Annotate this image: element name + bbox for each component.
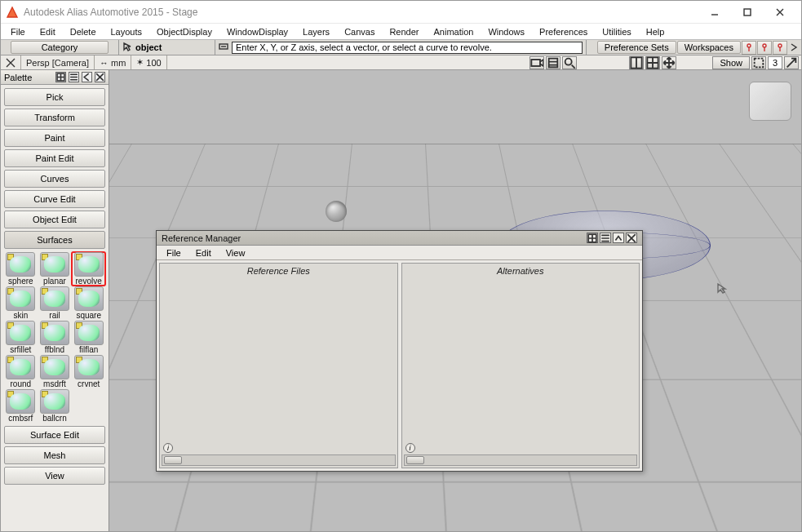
- tool-revolve[interactable]: revolve: [72, 252, 105, 286]
- scale-label[interactable]: ✶100: [131, 55, 166, 69]
- show-button[interactable]: Show: [712, 56, 750, 69]
- panel-scrollbar[interactable]: [162, 454, 396, 466]
- reference-files-panel: Reference Files i: [159, 263, 398, 468]
- palette-panel: Palette Pick Transform Paint Paint Edit …: [1, 70, 109, 531]
- layout-icon-2[interactable]: [645, 56, 660, 69]
- cursor-indicator-icon: [716, 282, 728, 294]
- tool-msdrft[interactable]: msdrft: [38, 355, 72, 388]
- tool-filflan[interactable]: filflan: [72, 321, 105, 354]
- tool-crvnet[interactable]: crvnet: [72, 355, 105, 388]
- tool-rail[interactable]: rail: [38, 286, 72, 320]
- svg-rect-10: [755, 58, 764, 67]
- palette-cat-curveedit[interactable]: Curve Edit: [4, 190, 105, 208]
- menu-utilities[interactable]: Utilities: [596, 26, 637, 38]
- palette-grid-icon[interactable]: [55, 72, 66, 82]
- overflow-arrow-icon[interactable]: [788, 41, 800, 55]
- move-icon[interactable]: [662, 56, 676, 69]
- camera-label[interactable]: Persp [Camera]: [21, 55, 95, 69]
- palette-cat-curves[interactable]: Curves: [4, 170, 105, 188]
- menu-objectdisplay[interactable]: ObjectDisplay: [150, 26, 219, 38]
- palette-cat-pick[interactable]: Pick: [4, 88, 105, 106]
- maximize-button[interactable]: [731, 3, 764, 21]
- tool-ballcrn[interactable]: ballcrn: [38, 389, 72, 423]
- viewcube-icon[interactable]: [749, 82, 791, 121]
- tool-skin[interactable]: skin: [4, 286, 38, 320]
- dialog-menu-view[interactable]: View: [219, 247, 252, 259]
- menu-file[interactable]: File: [4, 26, 32, 38]
- app-logo-icon: [6, 6, 19, 19]
- film-icon[interactable]: [546, 56, 561, 69]
- object-mode-label[interactable]: object: [135, 42, 162, 52]
- geometry-sphere: [326, 201, 347, 222]
- dialog-close-icon[interactable]: [626, 233, 637, 243]
- palette-close-icon[interactable]: [95, 72, 105, 82]
- tool-sphere[interactable]: sphere: [4, 252, 38, 286]
- close-button[interactable]: [764, 3, 796, 21]
- dialog-menu-edit[interactable]: Edit: [189, 247, 218, 259]
- menu-canvas[interactable]: Canvas: [338, 26, 381, 38]
- pointer-icon: [122, 42, 132, 53]
- info-icon[interactable]: i: [405, 443, 415, 453]
- alternatives-panel: Alternatives i: [401, 263, 640, 468]
- panel-scrollbar[interactable]: [404, 454, 638, 466]
- expand-corner-icon[interactable]: [784, 56, 799, 69]
- camera-icon[interactable]: [529, 56, 544, 69]
- units-label[interactable]: ↔mm: [95, 55, 131, 69]
- menu-windows[interactable]: Windows: [481, 26, 531, 38]
- magnify-icon[interactable]: [562, 56, 577, 69]
- dialog-title: Reference Manager: [162, 233, 241, 243]
- dialog-menu-file[interactable]: File: [160, 247, 188, 259]
- pushpin-icon-2[interactable]: [757, 41, 772, 55]
- tool-planar[interactable]: planar: [38, 252, 72, 286]
- layout-icon-1[interactable]: [629, 56, 644, 69]
- tool-ffblnd[interactable]: ffblnd: [38, 321, 72, 354]
- category-button[interactable]: Category: [11, 41, 109, 54]
- menu-windowdisplay[interactable]: WindowDisplay: [220, 26, 295, 38]
- palette-cat-transform[interactable]: Transform: [4, 109, 105, 126]
- menu-layers[interactable]: Layers: [296, 26, 336, 38]
- close-panel-icon[interactable]: [1, 55, 21, 69]
- palette-title: Palette: [4, 73, 53, 82]
- menubar: File Edit Delete Layouts ObjectDisplay W…: [1, 24, 801, 40]
- menu-edit[interactable]: Edit: [33, 26, 62, 38]
- menu-help[interactable]: Help: [640, 26, 671, 38]
- menu-preferences[interactable]: Preferences: [533, 26, 594, 38]
- minimize-button[interactable]: [698, 3, 731, 21]
- dialog-grid-icon[interactable]: [587, 233, 598, 243]
- dialog-collapse-icon[interactable]: [613, 233, 624, 243]
- svg-point-3: [763, 44, 766, 47]
- palette-cat-surfaceedit[interactable]: Surface Edit: [4, 426, 105, 444]
- arrows-icon: ↔: [100, 58, 109, 68]
- main-area: Palette Pick Transform Paint Paint Edit …: [1, 70, 801, 531]
- pushpin-icon-1[interactable]: [742, 41, 756, 55]
- palette-cat-paint[interactable]: Paint: [4, 129, 105, 147]
- palette-cat-mesh[interactable]: Mesh: [4, 446, 105, 464]
- viewport-header: Persp [Camera] ↔mm ✶100 Show 3: [1, 55, 801, 70]
- palette-cat-objectedit[interactable]: Object Edit: [4, 211, 105, 228]
- menu-delete[interactable]: Delete: [64, 26, 103, 38]
- viewport-number[interactable]: 3: [768, 56, 782, 69]
- dotted-box-icon[interactable]: [751, 56, 766, 69]
- palette-left-icon[interactable]: [82, 72, 92, 82]
- menu-animation[interactable]: Animation: [428, 26, 481, 38]
- preference-sets-button[interactable]: Preference Sets: [597, 41, 676, 54]
- palette-list-icon[interactable]: [69, 72, 79, 82]
- menu-layouts[interactable]: Layouts: [104, 26, 149, 38]
- command-prompt-input[interactable]: [232, 42, 583, 54]
- dialog-menubar: File Edit View: [157, 246, 642, 260]
- tool-cmbsrf[interactable]: cmbsrf: [4, 389, 38, 423]
- workspaces-button[interactable]: Workspaces: [677, 41, 741, 54]
- svg-rect-5: [532, 60, 541, 66]
- tool-srfillet[interactable]: srfillet: [4, 321, 38, 354]
- pushpin-icon-3[interactable]: [773, 41, 787, 55]
- menu-render[interactable]: Render: [383, 26, 425, 38]
- dialog-list-icon[interactable]: [600, 233, 611, 243]
- tool-round[interactable]: round: [4, 355, 38, 388]
- info-icon[interactable]: i: [163, 443, 173, 453]
- palette-cat-surfaces[interactable]: Surfaces: [4, 231, 105, 249]
- app-window: Autodesk Alias Automotive 2015 - Stage F…: [0, 0, 802, 532]
- svg-point-7: [565, 58, 572, 64]
- palette-cat-paintedit[interactable]: Paint Edit: [4, 149, 105, 167]
- palette-cat-view[interactable]: View: [4, 467, 105, 485]
- tool-square[interactable]: square: [72, 286, 105, 320]
